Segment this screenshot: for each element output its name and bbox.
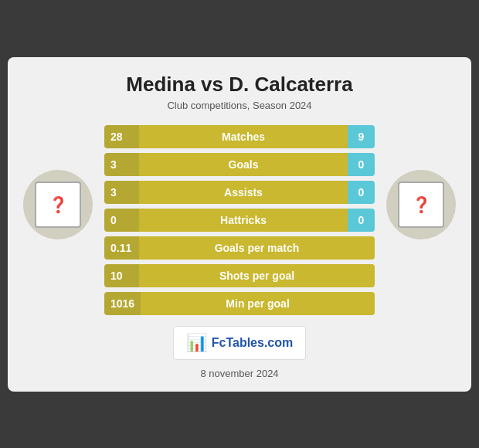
stat-row-6: 1016Min per goal xyxy=(104,292,375,315)
logo-text: FcTables.com xyxy=(212,336,294,350)
stat-row-0: 28Matches9 xyxy=(104,125,375,148)
stat-label-2: Assists xyxy=(139,181,348,204)
stat-left-val-2: 3 xyxy=(104,181,139,204)
stat-row-2: 3Assists0 xyxy=(104,181,375,204)
page-subtitle: Club competitions, Season 2024 xyxy=(23,100,456,111)
stat-right-val-2: 0 xyxy=(348,181,375,204)
logo-box: 📊 FcTables.com xyxy=(173,326,307,360)
stat-left-val-0: 28 xyxy=(104,125,139,148)
stat-label-0: Matches xyxy=(139,125,348,148)
stat-left-val-6: 1016 xyxy=(104,292,141,315)
stat-right-val-0: 9 xyxy=(348,125,375,148)
avatar-right: ❓ xyxy=(386,170,456,239)
stat-row-1: 3Goals0 xyxy=(104,153,375,176)
stat-label-4: Goals per match xyxy=(139,236,375,260)
stat-left-val-3: 0 xyxy=(104,209,139,232)
comparison-card: Medina vs D. Calcaterra Club competition… xyxy=(8,57,471,392)
stat-label-3: Hattricks xyxy=(139,209,348,232)
stat-label-1: Goals xyxy=(139,153,348,176)
question-icon-right: ❓ xyxy=(412,195,431,214)
stat-label-6: Min per goal xyxy=(141,292,375,315)
question-icon-left: ❓ xyxy=(49,195,68,214)
stat-left-val-5: 10 xyxy=(104,264,139,287)
stat-left-val-4: 0.11 xyxy=(104,236,139,260)
avatar-left-inner: ❓ xyxy=(35,182,81,228)
stat-row-3: 0Hattricks0 xyxy=(104,209,375,232)
stat-right-val-3: 0 xyxy=(348,209,375,232)
date-text: 8 november 2024 xyxy=(23,368,456,379)
bars-container: 28Matches93Goals03Assists00Hattricks00.1… xyxy=(97,125,382,315)
avatar-right-inner: ❓ xyxy=(398,182,444,228)
logo-icon: 📊 xyxy=(186,333,207,353)
stats-area: ❓ 28Matches93Goals03Assists00Hattricks00… xyxy=(23,125,456,315)
stat-row-5: 10Shots per goal xyxy=(104,264,375,287)
stat-right-val-1: 0 xyxy=(348,153,375,176)
avatar-left: ❓ xyxy=(23,170,93,239)
stat-row-4: 0.11Goals per match xyxy=(104,236,375,260)
stat-label-5: Shots per goal xyxy=(139,264,375,287)
stat-left-val-1: 3 xyxy=(104,153,139,176)
page-title: Medina vs D. Calcaterra xyxy=(23,73,456,97)
logo-area: 📊 FcTables.com xyxy=(23,326,456,360)
